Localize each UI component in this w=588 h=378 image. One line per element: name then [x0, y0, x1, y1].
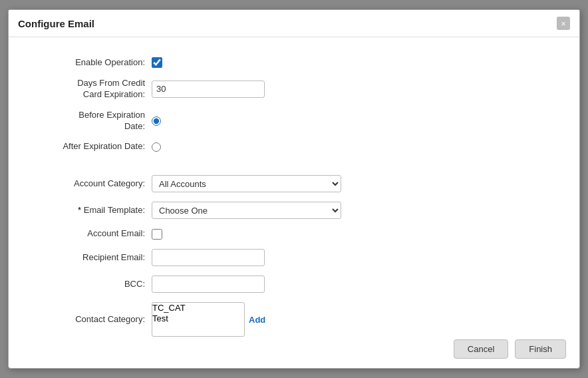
recipient-email-label: Recipient Email: [35, 252, 152, 264]
finish-button[interactable]: Finish [515, 339, 566, 359]
enable-operation-checkbox[interactable] [152, 57, 162, 68]
days-from-label: Days From Credit Card Expiration: [35, 78, 152, 100]
dialog-body: Enable Operation: Days From Credit Card … [9, 37, 579, 359]
days-from-input[interactable] [152, 81, 265, 98]
email-template-select[interactable]: Choose One [152, 202, 341, 219]
days-from-row: Days From Credit Card Expiration: [35, 78, 553, 100]
account-email-label: Account Email: [35, 228, 152, 240]
account-category-row: Account Category: All Accounts [35, 175, 553, 192]
contact-category-option-1: TC_CAT [152, 303, 244, 313]
contact-category-label: Contact Category: [35, 314, 152, 325]
before-expiration-row: Before Expiration Date: [35, 110, 553, 132]
bcc-input[interactable] [152, 276, 265, 293]
email-template-row: Email Template: Choose One [35, 202, 553, 219]
contact-category-option-2: Test [152, 313, 244, 324]
enable-operation-row: Enable Operation: [35, 57, 553, 69]
after-expiration-radio[interactable] [152, 142, 161, 152]
cancel-button[interactable]: Cancel [454, 339, 508, 359]
bcc-row: BCC: [35, 276, 553, 293]
after-expiration-label: After Expiration Date: [35, 141, 152, 152]
configure-email-dialog: Configure Email × Enable Operation: Days… [8, 9, 580, 369]
recipient-email-input[interactable] [152, 249, 265, 266]
bcc-label: BCC: [35, 279, 152, 290]
add-button[interactable]: Add [249, 315, 265, 325]
after-expiration-row: After Expiration Date: [35, 141, 553, 152]
dialog-header: Configure Email × [9, 10, 579, 37]
before-expiration-radio[interactable] [152, 116, 161, 126]
contact-category-wrapper: TC_CAT Test Add [152, 302, 265, 337]
account-email-row: Account Email: [35, 228, 553, 240]
dialog-footer: Cancel Finish [440, 330, 579, 368]
close-button[interactable]: × [557, 17, 570, 30]
email-template-label: Email Template: [35, 205, 152, 216]
recipient-email-row: Recipient Email: [35, 249, 553, 266]
account-category-label: Account Category: [35, 178, 152, 190]
account-email-checkbox[interactable] [152, 229, 162, 240]
before-expiration-label: Before Expiration Date: [35, 110, 152, 132]
dialog-title: Configure Email [18, 18, 94, 29]
contact-category-select[interactable]: TC_CAT Test [152, 302, 245, 337]
enable-operation-label: Enable Operation: [35, 57, 152, 69]
account-category-select[interactable]: All Accounts [152, 175, 341, 192]
